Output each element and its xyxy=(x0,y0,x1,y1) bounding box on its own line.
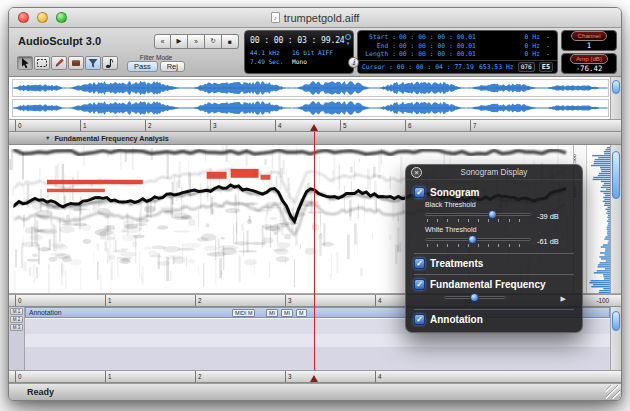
time-format-menu[interactable]: ▾ xyxy=(345,34,351,45)
minimize-window-button[interactable] xyxy=(37,12,48,23)
play-button[interactable]: ▶ xyxy=(171,34,188,49)
start-time: 00 : 00 : 00 : 00.01 xyxy=(399,33,476,41)
black-threshold-label: Black Threshold xyxy=(425,201,574,209)
note-tool[interactable] xyxy=(102,56,118,70)
cursor-label: Cursor : xyxy=(362,63,393,71)
playhead-marker[interactable] xyxy=(310,124,318,131)
amp-badge: Amp (dB) -76.42 xyxy=(561,53,617,74)
pencil-tool[interactable] xyxy=(51,56,67,70)
end-note: - xyxy=(543,42,553,50)
length-freq: 0 Hz xyxy=(525,50,540,58)
selection-info-panel: Start : 00 : 00 : 00 : 00.01 0 Hz - End … xyxy=(357,30,558,74)
cursor-row: Cursor : 00 : 00 : 04 : 77.19 653.53 Hz … xyxy=(358,60,557,73)
info-button[interactable]: i xyxy=(348,57,359,68)
length-row: Length : 00 : 00 : 00 : 00.01 0 Hz - xyxy=(362,50,553,58)
white-threshold-slider[interactable] xyxy=(425,235,531,248)
ruler-tick: 4 xyxy=(275,120,340,131)
titlebar[interactable]: ♪ trumpetgold.aiff xyxy=(9,8,621,28)
annotation-marker[interactable]: MI xyxy=(266,309,278,317)
lcd-display: 00 : 00 : 03 : 99.24 ▾ 44.1 kHz 16 bit A… xyxy=(244,30,354,74)
ruler-tick: 3 xyxy=(285,295,375,306)
playback-cursor-line[interactable] xyxy=(314,132,315,370)
track-mute-toggle[interactable]: M 2 xyxy=(10,316,23,323)
sonogram-scroll-thumb[interactable] xyxy=(612,151,620,199)
overview-scroll-thumb[interactable] xyxy=(612,80,620,94)
close-window-button[interactable] xyxy=(18,12,29,23)
slider-thumb[interactable] xyxy=(468,235,477,244)
stop-button[interactable]: ■ xyxy=(222,34,239,49)
disclosure-right-icon[interactable]: ▶ xyxy=(561,295,566,303)
end-time: 00 : 00 : 00 : 00.01 xyxy=(399,42,476,50)
ruler-tick: 5 xyxy=(340,120,405,131)
length-time: 00 : 00 : 00 : 00.01 xyxy=(399,50,476,58)
cursor-time: 00 : 00 : 04 : 77.19 xyxy=(397,63,474,71)
rewind-button[interactable]: « xyxy=(154,34,171,49)
overview-scrollbar[interactable] xyxy=(610,77,621,119)
ruler-tick: 0 xyxy=(15,371,105,382)
cursor-note: E5 xyxy=(539,62,553,72)
annotation-marker[interactable]: M xyxy=(296,309,307,317)
channel-mode: Mono xyxy=(292,58,348,65)
selection-tool[interactable] xyxy=(34,56,50,70)
waveform-strip[interactable] xyxy=(12,79,609,97)
ruler-tick: 0 xyxy=(15,120,80,131)
channel-badge-label: Channel xyxy=(571,31,606,41)
sonogram-zoom-scrollbar[interactable] xyxy=(610,145,621,293)
ruler-tick: 1 xyxy=(105,295,195,306)
filter-rej-button[interactable]: Rej xyxy=(160,61,185,72)
sonogram-checkbox[interactable]: ✓ xyxy=(414,187,425,198)
ruler-tick: 3 xyxy=(285,371,375,382)
annotation-checkbox[interactable]: ✓ xyxy=(414,314,425,325)
cursor-midi: 076 xyxy=(518,62,535,72)
disclosure-triangle-icon[interactable]: ▼ xyxy=(45,135,50,141)
slider-thumb[interactable] xyxy=(488,210,497,219)
annotation-marker[interactable]: MIDI M xyxy=(232,309,255,317)
treatments-section-label: Treatments xyxy=(430,258,483,269)
slider-thumb[interactable] xyxy=(470,293,479,302)
ruler-tick: 3 xyxy=(210,120,275,131)
forward-button[interactable]: » xyxy=(188,34,205,49)
filter-mode-cluster: Filter Mode Pass Rej xyxy=(127,54,185,72)
eraser-tool[interactable] xyxy=(68,56,84,70)
white-threshold-label: White Threshold xyxy=(425,226,574,234)
bit-depth: 16 bit AIFF xyxy=(292,49,348,56)
annotation-scroll-thumb[interactable] xyxy=(612,311,620,331)
sonogram-header-label: Fundamental Frequency Analysis xyxy=(54,134,168,143)
track-mute-toggle[interactable]: M 3 xyxy=(10,324,23,331)
annotation-ruler[interactable]: 0 1 2 3 4 xyxy=(9,370,621,383)
black-threshold-slider[interactable] xyxy=(425,210,531,223)
track-mute-toggle[interactable]: M 1 xyxy=(10,308,23,315)
annotation-marker[interactable]: MI xyxy=(281,309,293,317)
zoom-window-button[interactable] xyxy=(56,12,67,23)
start-freq: 0 Hz xyxy=(525,33,540,41)
window-controls xyxy=(18,12,67,23)
time-display: 00 : 00 : 03 : 99.24 xyxy=(250,35,348,45)
annotation-track-controls: M 1 M 2 M 3 xyxy=(9,307,25,370)
annotation-track-label: Annotation xyxy=(26,309,62,316)
overview-ruler[interactable]: 0 1 2 3 4 5 6 7 xyxy=(9,119,621,132)
pointer-tool[interactable] xyxy=(17,56,33,70)
fundamental-frequency-checkbox[interactable]: ✓ xyxy=(414,279,425,290)
treatments-checkbox[interactable]: ✓ xyxy=(414,258,425,269)
filter-tool[interactable] xyxy=(85,56,101,70)
annotation-section-label: Annotation xyxy=(430,314,483,325)
resize-grip[interactable] xyxy=(606,385,620,399)
window-title: ♪ trumpetgold.aiff xyxy=(9,8,621,27)
channel-badge: Channel 1 xyxy=(561,30,617,51)
ruler-tick: 7 xyxy=(470,120,535,131)
close-icon[interactable]: ✕ xyxy=(411,167,422,178)
playhead-marker[interactable] xyxy=(310,375,318,382)
amp-badge-value: -76.42 xyxy=(576,65,603,73)
sonogram-header[interactable]: ▼ Fundamental Frequency Analysis xyxy=(9,132,621,145)
fundamental-frequency-slider[interactable] xyxy=(444,293,506,304)
hud-titlebar[interactable]: ✕ Sonogram Display xyxy=(406,165,582,180)
duration: 7.49 Sec. xyxy=(250,58,292,65)
start-label: Start : xyxy=(362,33,396,41)
filter-pass-button[interactable]: Pass xyxy=(127,61,158,72)
amp-scale-min-label: -100 xyxy=(596,295,621,306)
loop-button[interactable]: ↻ xyxy=(205,34,222,49)
sonogram-section-label: Sonogram xyxy=(430,187,479,198)
ruler-tick: 2 xyxy=(195,371,285,382)
annotation-scrollbar[interactable] xyxy=(610,307,621,370)
waveform-strip[interactable] xyxy=(12,99,609,117)
